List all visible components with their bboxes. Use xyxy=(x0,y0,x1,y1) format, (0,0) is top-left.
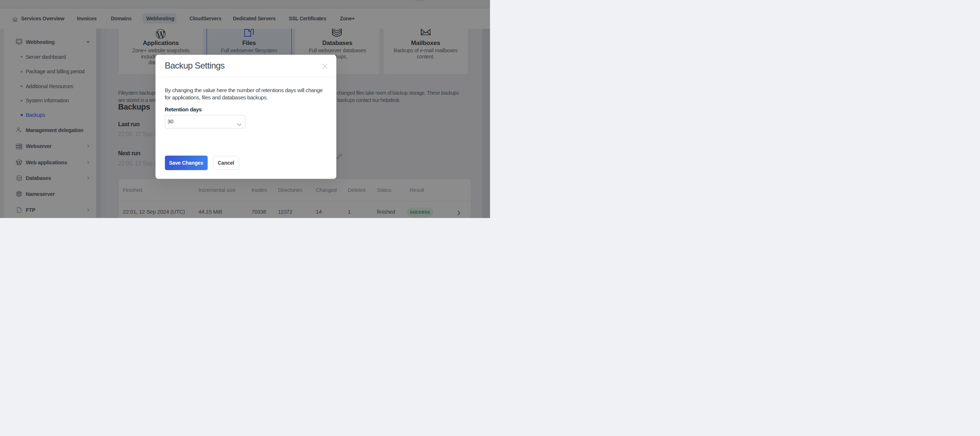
retention-days-select[interactable]: 30 xyxy=(165,115,245,128)
save-changes-button[interactable]: Save Changes xyxy=(165,156,208,170)
modal-description-line1: By changing the value here the number of… xyxy=(165,87,323,94)
retention-days-value: 30 xyxy=(167,115,173,128)
backup-settings-modal: Backup Settings By changing the value he… xyxy=(156,55,336,179)
retention-days-label: Retention days xyxy=(165,107,202,112)
modal-title: Backup Settings xyxy=(165,61,225,71)
cancel-button[interactable]: Cancel xyxy=(213,156,239,170)
chevron-down-icon xyxy=(237,121,242,123)
close-icon[interactable] xyxy=(322,63,328,69)
modal-divider xyxy=(156,77,336,77)
modal-description: By changing the value here the number of… xyxy=(165,87,323,101)
modal-description-line2: for applications, files and databases ba… xyxy=(165,94,323,101)
